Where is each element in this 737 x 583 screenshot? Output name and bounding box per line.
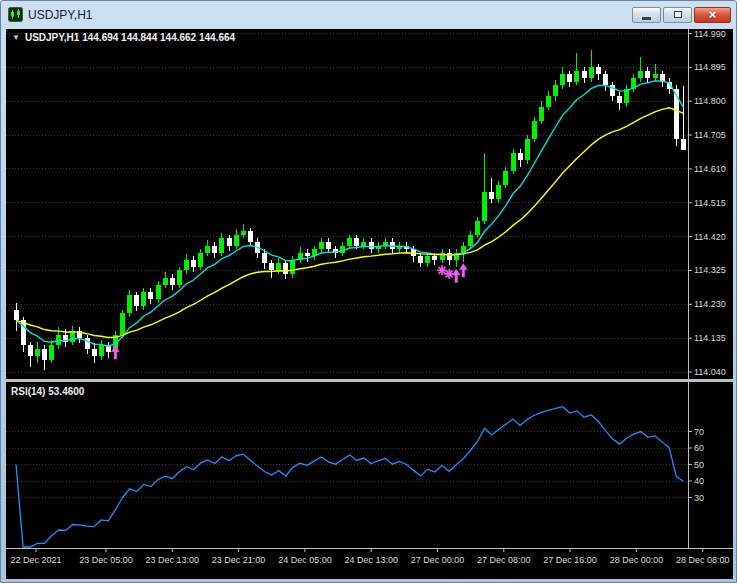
svg-text:114.230: 114.230 <box>694 299 726 309</box>
svg-text:114.040: 114.040 <box>694 367 726 377</box>
chart-window-icon <box>8 7 23 22</box>
svg-text:114.515: 114.515 <box>694 198 726 208</box>
svg-text:27 Dec 00:00: 27 Dec 00:00 <box>411 555 465 565</box>
chart-client-area: 114.990114.895114.800114.705114.610114.5… <box>6 29 733 579</box>
svg-text:70: 70 <box>694 427 704 437</box>
rsi-indicator-label: RSI(14) 53.4600 <box>11 386 84 397</box>
close-icon: × <box>709 8 717 22</box>
svg-text:114.325: 114.325 <box>694 265 726 275</box>
svg-text:114.705: 114.705 <box>694 130 726 140</box>
minimize-icon <box>642 17 651 20</box>
svg-text:24 Dec 05:00: 24 Dec 05:00 <box>278 555 332 565</box>
svg-text:28 Dec 08:00: 28 Dec 08:00 <box>676 555 730 565</box>
svg-text:114.800: 114.800 <box>694 96 726 106</box>
mt4-chart-window: USDJPY,H1 × 114.990114.895114.800114.705… <box>0 0 737 583</box>
window-controls: × <box>632 7 731 23</box>
svg-text:24 Dec 13:00: 24 Dec 13:00 <box>344 555 398 565</box>
svg-text:30: 30 <box>694 493 704 503</box>
svg-text:114.610: 114.610 <box>694 164 726 174</box>
window-titlebar[interactable]: USDJPY,H1 × <box>1 1 736 28</box>
window-title: USDJPY,H1 <box>28 8 92 22</box>
svg-text:28 Dec 00:00: 28 Dec 00:00 <box>610 555 664 565</box>
svg-text:27 Dec 16:00: 27 Dec 16:00 <box>543 555 597 565</box>
chart-ohlc-header: ▼ USDJPY,H1 144.694 144.844 144.662 144.… <box>12 32 235 43</box>
close-button[interactable]: × <box>694 7 731 23</box>
svg-text:22 Dec 2021: 22 Dec 2021 <box>10 555 61 565</box>
svg-text:114.990: 114.990 <box>694 29 726 39</box>
svg-text:23 Dec 13:00: 23 Dec 13:00 <box>146 555 200 565</box>
ohlc-quote-line: USDJPY,H1 144.694 144.844 144.662 144.66… <box>25 32 235 43</box>
svg-text:60: 60 <box>694 443 704 453</box>
svg-text:114.420: 114.420 <box>694 232 726 242</box>
svg-text:27 Dec 08:00: 27 Dec 08:00 <box>477 555 531 565</box>
svg-text:114.895: 114.895 <box>694 62 726 72</box>
pane-splitter <box>6 379 733 382</box>
one-click-trading-toggle-icon[interactable]: ▼ <box>12 33 20 42</box>
chart-canvas[interactable]: 114.990114.895114.800114.705114.610114.5… <box>6 29 733 579</box>
minimize-button[interactable] <box>632 7 661 23</box>
svg-text:40: 40 <box>694 476 704 486</box>
svg-text:23 Dec 21:00: 23 Dec 21:00 <box>212 555 266 565</box>
svg-text:114.135: 114.135 <box>694 333 726 343</box>
restore-button[interactable] <box>663 7 692 23</box>
svg-text:50: 50 <box>694 460 704 470</box>
restore-icon <box>674 11 682 18</box>
svg-text:23 Dec 05:00: 23 Dec 05:00 <box>79 555 133 565</box>
